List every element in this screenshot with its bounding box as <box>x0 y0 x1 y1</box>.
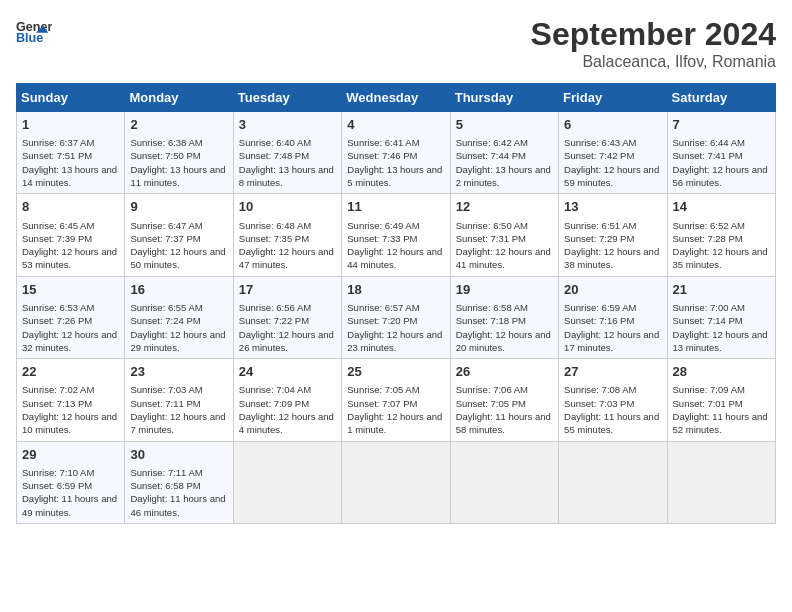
daylight-label: Daylight: 12 hours and 32 minutes. <box>22 329 117 353</box>
daylight-label: Daylight: 12 hours and 56 minutes. <box>673 164 768 188</box>
calendar-cell: 29 Sunrise: 7:10 AM Sunset: 6:59 PM Dayl… <box>17 441 125 523</box>
sunrise-label: Sunrise: 6:51 AM <box>564 220 636 231</box>
sunset-label: Sunset: 7:31 PM <box>456 233 526 244</box>
calendar-cell: 11 Sunrise: 6:49 AM Sunset: 7:33 PM Dayl… <box>342 194 450 276</box>
day-number: 10 <box>239 198 336 216</box>
day-number: 12 <box>456 198 553 216</box>
sunrise-label: Sunrise: 7:05 AM <box>347 384 419 395</box>
daylight-label: Daylight: 12 hours and 20 minutes. <box>456 329 551 353</box>
sunset-label: Sunset: 7:35 PM <box>239 233 309 244</box>
calendar-cell <box>559 441 667 523</box>
day-number: 7 <box>673 116 770 134</box>
sunrise-label: Sunrise: 6:48 AM <box>239 220 311 231</box>
sunset-label: Sunset: 7:13 PM <box>22 398 92 409</box>
calendar-cell: 9 Sunrise: 6:47 AM Sunset: 7:37 PM Dayli… <box>125 194 233 276</box>
sunrise-label: Sunrise: 6:50 AM <box>456 220 528 231</box>
calendar-table: SundayMondayTuesdayWednesdayThursdayFrid… <box>16 83 776 524</box>
daylight-label: Daylight: 13 hours and 11 minutes. <box>130 164 225 188</box>
sunset-label: Sunset: 7:44 PM <box>456 150 526 161</box>
sunset-label: Sunset: 7:28 PM <box>673 233 743 244</box>
day-number: 25 <box>347 363 444 381</box>
sunset-label: Sunset: 7:03 PM <box>564 398 634 409</box>
day-number: 22 <box>22 363 119 381</box>
sunset-label: Sunset: 7:33 PM <box>347 233 417 244</box>
daylight-label: Daylight: 12 hours and 47 minutes. <box>239 246 334 270</box>
day-number: 13 <box>564 198 661 216</box>
daylight-label: Daylight: 12 hours and 26 minutes. <box>239 329 334 353</box>
sunrise-label: Sunrise: 6:47 AM <box>130 220 202 231</box>
sunset-label: Sunset: 7:37 PM <box>130 233 200 244</box>
sunset-label: Sunset: 7:05 PM <box>456 398 526 409</box>
sunrise-label: Sunrise: 7:10 AM <box>22 467 94 478</box>
daylight-label: Daylight: 12 hours and 1 minute. <box>347 411 442 435</box>
day-number: 18 <box>347 281 444 299</box>
sunset-label: Sunset: 7:51 PM <box>22 150 92 161</box>
day-number: 1 <box>22 116 119 134</box>
daylight-label: Daylight: 13 hours and 5 minutes. <box>347 164 442 188</box>
sunset-label: Sunset: 7:16 PM <box>564 315 634 326</box>
sunrise-label: Sunrise: 6:57 AM <box>347 302 419 313</box>
calendar-cell: 2 Sunrise: 6:38 AM Sunset: 7:50 PM Dayli… <box>125 112 233 194</box>
daylight-label: Daylight: 12 hours and 13 minutes. <box>673 329 768 353</box>
calendar-cell: 19 Sunrise: 6:58 AM Sunset: 7:18 PM Dayl… <box>450 276 558 358</box>
page-header: General Blue September 2024 Balaceanca, … <box>16 16 776 71</box>
calendar-cell: 17 Sunrise: 6:56 AM Sunset: 7:22 PM Dayl… <box>233 276 341 358</box>
sunset-label: Sunset: 7:11 PM <box>130 398 200 409</box>
daylight-label: Daylight: 11 hours and 46 minutes. <box>130 493 225 517</box>
sunrise-label: Sunrise: 6:55 AM <box>130 302 202 313</box>
sunrise-label: Sunrise: 6:58 AM <box>456 302 528 313</box>
day-number: 11 <box>347 198 444 216</box>
sunset-label: Sunset: 7:26 PM <box>22 315 92 326</box>
day-number: 16 <box>130 281 227 299</box>
sunrise-label: Sunrise: 6:56 AM <box>239 302 311 313</box>
calendar-cell: 14 Sunrise: 6:52 AM Sunset: 7:28 PM Dayl… <box>667 194 775 276</box>
calendar-header: SundayMondayTuesdayWednesdayThursdayFrid… <box>17 84 776 112</box>
sunset-label: Sunset: 7:22 PM <box>239 315 309 326</box>
calendar-cell: 23 Sunrise: 7:03 AM Sunset: 7:11 PM Dayl… <box>125 359 233 441</box>
daylight-label: Daylight: 13 hours and 2 minutes. <box>456 164 551 188</box>
sunrise-label: Sunrise: 7:08 AM <box>564 384 636 395</box>
col-header-wednesday: Wednesday <box>342 84 450 112</box>
sunset-label: Sunset: 7:24 PM <box>130 315 200 326</box>
day-number: 23 <box>130 363 227 381</box>
col-header-saturday: Saturday <box>667 84 775 112</box>
calendar-cell: 15 Sunrise: 6:53 AM Sunset: 7:26 PM Dayl… <box>17 276 125 358</box>
location-title: Balaceanca, Ilfov, Romania <box>531 53 776 71</box>
calendar-cell: 1 Sunrise: 6:37 AM Sunset: 7:51 PM Dayli… <box>17 112 125 194</box>
day-number: 14 <box>673 198 770 216</box>
day-number: 29 <box>22 446 119 464</box>
calendar-body: 1 Sunrise: 6:37 AM Sunset: 7:51 PM Dayli… <box>17 112 776 524</box>
calendar-cell: 25 Sunrise: 7:05 AM Sunset: 7:07 PM Dayl… <box>342 359 450 441</box>
calendar-cell <box>342 441 450 523</box>
daylight-label: Daylight: 12 hours and 10 minutes. <box>22 411 117 435</box>
day-number: 2 <box>130 116 227 134</box>
calendar-cell: 21 Sunrise: 7:00 AM Sunset: 7:14 PM Dayl… <box>667 276 775 358</box>
sunrise-label: Sunrise: 6:40 AM <box>239 137 311 148</box>
sunrise-label: Sunrise: 6:38 AM <box>130 137 202 148</box>
sunrise-label: Sunrise: 7:11 AM <box>130 467 202 478</box>
sunset-label: Sunset: 7:07 PM <box>347 398 417 409</box>
calendar-cell: 27 Sunrise: 7:08 AM Sunset: 7:03 PM Dayl… <box>559 359 667 441</box>
calendar-cell: 8 Sunrise: 6:45 AM Sunset: 7:39 PM Dayli… <box>17 194 125 276</box>
day-number: 19 <box>456 281 553 299</box>
sunset-label: Sunset: 7:42 PM <box>564 150 634 161</box>
sunrise-label: Sunrise: 6:52 AM <box>673 220 745 231</box>
logo-icon: General Blue <box>16 16 52 44</box>
sunset-label: Sunset: 6:58 PM <box>130 480 200 491</box>
logo: General Blue <box>16 16 52 44</box>
daylight-label: Daylight: 11 hours and 52 minutes. <box>673 411 768 435</box>
calendar-cell: 16 Sunrise: 6:55 AM Sunset: 7:24 PM Dayl… <box>125 276 233 358</box>
day-number: 9 <box>130 198 227 216</box>
sunset-label: Sunset: 7:48 PM <box>239 150 309 161</box>
col-header-friday: Friday <box>559 84 667 112</box>
day-number: 30 <box>130 446 227 464</box>
sunrise-label: Sunrise: 7:02 AM <box>22 384 94 395</box>
col-header-monday: Monday <box>125 84 233 112</box>
calendar-cell: 4 Sunrise: 6:41 AM Sunset: 7:46 PM Dayli… <box>342 112 450 194</box>
sunrise-label: Sunrise: 6:41 AM <box>347 137 419 148</box>
sunrise-label: Sunrise: 6:45 AM <box>22 220 94 231</box>
sunset-label: Sunset: 7:50 PM <box>130 150 200 161</box>
day-number: 6 <box>564 116 661 134</box>
sunset-label: Sunset: 6:59 PM <box>22 480 92 491</box>
svg-text:Blue: Blue <box>16 31 43 44</box>
